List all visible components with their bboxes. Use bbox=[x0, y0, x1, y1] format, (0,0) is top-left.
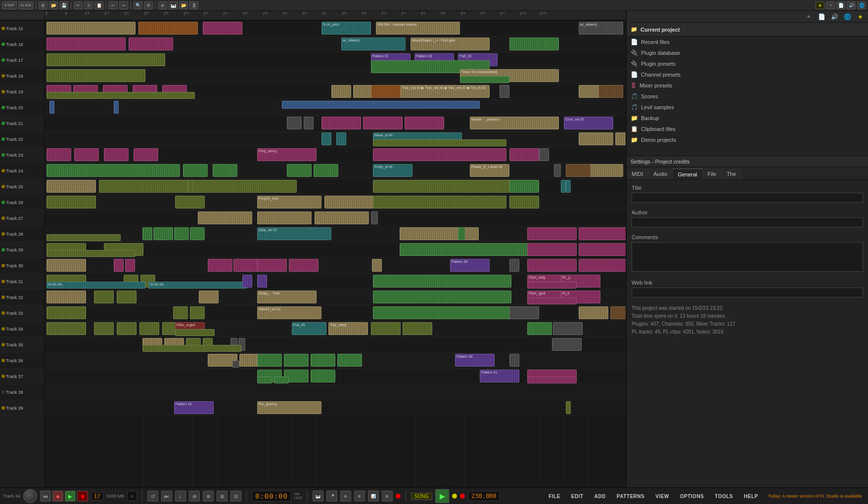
clip-t36-5[interactable] bbox=[311, 354, 335, 367]
clip-t34-10[interactable] bbox=[403, 322, 432, 335]
track-row-28[interactable]: Track 28 bbox=[0, 226, 44, 242]
scroll-btn[interactable]: ⊟ bbox=[230, 491, 241, 502]
clip-t19-keys[interactable] bbox=[46, 92, 195, 99]
track-row-39[interactable]: Track 39 bbox=[0, 400, 44, 416]
clip-t32-4[interactable] bbox=[199, 291, 219, 303]
clip-t36-8[interactable] bbox=[509, 354, 519, 367]
clip-t30-8[interactable] bbox=[372, 259, 382, 272]
clip-t21-6[interactable]: Master - _paration bbox=[470, 117, 559, 129]
clip-t28-1[interactable] bbox=[142, 227, 152, 240]
clip-t24-1[interactable] bbox=[46, 164, 180, 177]
clip-t27-3[interactable] bbox=[315, 211, 369, 224]
clip-t34-3[interactable] bbox=[117, 322, 137, 335]
clip-t20-2[interactable] bbox=[114, 101, 119, 114]
clip-t28-7[interactable] bbox=[458, 227, 465, 240]
clip-t18-waveform[interactable] bbox=[460, 76, 509, 83]
clip-t30-12[interactable] bbox=[579, 259, 626, 272]
clip-t32-1[interactable] bbox=[46, 291, 86, 303]
tb-undo[interactable]: ↩ bbox=[109, 1, 118, 9]
clip-t35-keys[interactable] bbox=[142, 345, 241, 352]
clip-t25-2[interactable] bbox=[99, 180, 297, 193]
clip-t26-6[interactable] bbox=[509, 196, 539, 209]
clip-t15-6[interactable]: ac_lidated) bbox=[579, 22, 623, 35]
clip-t30-3[interactable] bbox=[125, 259, 135, 272]
clip-t33-8[interactable] bbox=[610, 306, 626, 319]
clip-t33-1[interactable] bbox=[46, 306, 86, 319]
clip-t36-3[interactable] bbox=[257, 354, 282, 367]
tb-speaker[interactable]: 🔊 bbox=[847, 1, 856, 9]
tb-channel[interactable]: 🎛 bbox=[189, 1, 198, 9]
clip-t30-9[interactable]: Pattern 36 bbox=[450, 259, 490, 272]
mode-btn6[interactable]: ⊞ bbox=[382, 491, 393, 502]
clip-t36-4[interactable] bbox=[284, 354, 309, 367]
clip-t25-1[interactable] bbox=[46, 180, 96, 193]
rp-star-icon[interactable]: ★ bbox=[855, 12, 865, 21]
clip-t33-7[interactable] bbox=[579, 306, 608, 319]
clip-t20-1[interactable] bbox=[49, 101, 54, 114]
clip-t19-10[interactable] bbox=[500, 85, 509, 98]
track-row-27[interactable]: Track 27 bbox=[0, 210, 44, 226]
rp-plus-icon[interactable]: ＋ bbox=[804, 12, 814, 21]
clip-t39-3[interactable] bbox=[566, 401, 571, 414]
clip-t32-5[interactable]: Delay_ - Time bbox=[257, 291, 317, 303]
clip-t28-3[interactable] bbox=[174, 227, 189, 240]
clip-t34-1[interactable] bbox=[46, 322, 86, 335]
clip-t23-4[interactable] bbox=[134, 148, 158, 161]
clip-t34-2[interactable] bbox=[94, 322, 114, 335]
clip-t30-10[interactable] bbox=[509, 259, 519, 272]
clip-t29-3[interactable] bbox=[400, 243, 533, 256]
menu-add[interactable]: ADD bbox=[591, 491, 610, 502]
stop-btn[interactable]: ■ bbox=[52, 491, 63, 502]
clip-t34-7[interactable]: Frui_#5 bbox=[292, 322, 326, 335]
clip-t25-4[interactable] bbox=[373, 180, 511, 193]
clip-t34-12[interactable] bbox=[553, 322, 583, 335]
rewind-btn[interactable]: ⏮ bbox=[40, 491, 51, 502]
clip-t22-1[interactable] bbox=[321, 132, 331, 145]
track-row-38[interactable]: Track 38 bbox=[0, 384, 44, 400]
clip-t34-11[interactable] bbox=[527, 322, 552, 335]
clip-t37-4[interactable]: Pattern 41 bbox=[480, 370, 519, 382]
browser-item-levil-samples[interactable]: 🎵 Levil samples bbox=[627, 102, 868, 113]
track-row-31[interactable]: Track 31 bbox=[0, 274, 44, 290]
clip-t25-7[interactable] bbox=[566, 180, 571, 193]
clip-t34-4[interactable] bbox=[139, 322, 159, 335]
clip-t27-4[interactable] bbox=[371, 211, 378, 224]
track-row-17[interactable]: Track 17 bbox=[0, 52, 44, 68]
clip-t25-6[interactable] bbox=[561, 180, 566, 193]
clip-t30-11[interactable] bbox=[527, 259, 577, 272]
track-row-16[interactable]: Track 16 bbox=[0, 37, 44, 52]
clip-t26-5[interactable] bbox=[373, 196, 506, 209]
clip-t35-7[interactable] bbox=[552, 338, 582, 351]
tb-mixer[interactable]: ⊛ bbox=[158, 1, 167, 9]
clip-t15-4[interactable]: 9 Us_pitch bbox=[321, 22, 371, 35]
clip-t19-6[interactable] bbox=[331, 85, 351, 98]
clip-t31-4[interactable] bbox=[242, 275, 252, 288]
volume-knob[interactable] bbox=[23, 489, 37, 503]
tab-the[interactable]: The bbox=[722, 168, 741, 179]
clip-t27-1[interactable] bbox=[198, 211, 252, 224]
tb-settings[interactable]: ⚙ bbox=[144, 1, 153, 9]
tb-plus[interactable]: ＋ bbox=[826, 1, 835, 9]
clip-t30-6[interactable] bbox=[257, 259, 287, 272]
menu-patterns[interactable]: PATTERNS bbox=[613, 491, 648, 502]
tab-midi[interactable]: MIDI bbox=[627, 168, 648, 179]
count-in-btn[interactable]: ⊕ bbox=[189, 491, 200, 502]
track-row-29[interactable]: Track 29 bbox=[0, 242, 44, 258]
browser-item-backup[interactable]: 📁 Backup bbox=[627, 113, 868, 124]
clip-t25-3[interactable] bbox=[188, 180, 193, 193]
clip-t18-1[interactable] bbox=[46, 69, 145, 82]
menu-edit[interactable]: EDIT bbox=[567, 491, 588, 502]
clip-t24-3[interactable] bbox=[213, 164, 237, 177]
clip-t37-arrow2[interactable] bbox=[274, 377, 289, 383]
clip-t33-3[interactable] bbox=[190, 306, 205, 319]
clip-t31-wave[interactable] bbox=[527, 282, 577, 289]
clip-t24-10[interactable] bbox=[566, 164, 591, 177]
clip-t36-7[interactable]: Pattern 39 bbox=[455, 354, 495, 367]
clip-t30-2[interactable] bbox=[114, 259, 124, 272]
track-row-21[interactable]: Track 21 bbox=[0, 116, 44, 131]
rp-speaker-icon[interactable]: 🔊 bbox=[829, 12, 839, 21]
browser-item-mixer-presets[interactable]: 🎛 Mixer presets bbox=[627, 80, 868, 91]
metronome-btn[interactable]: ♩ bbox=[175, 491, 186, 502]
track-clips-col[interactable]: 9 Us_pitch 909 DM - channel volume ac_li… bbox=[45, 21, 626, 487]
tb-copy[interactable]: ⎘ bbox=[84, 1, 93, 9]
